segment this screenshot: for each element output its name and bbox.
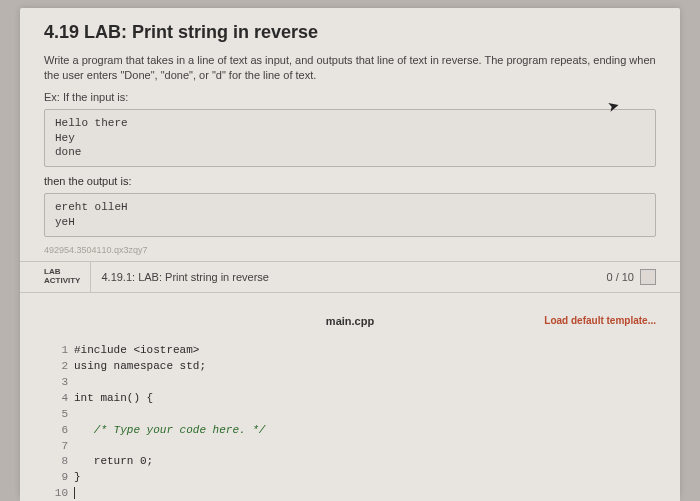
code-content[interactable]: #include <iostream> using namespace std;… bbox=[74, 341, 265, 501]
score-box-icon bbox=[640, 269, 656, 285]
file-header-row: main.cpp Load default template... bbox=[20, 307, 680, 335]
filename-label: main.cpp bbox=[326, 315, 374, 327]
activity-header: LAB ACTIVITY 4.19.1: LAB: Print string i… bbox=[20, 261, 680, 293]
activity-type-label: LAB ACTIVITY bbox=[44, 262, 91, 292]
load-default-template-button[interactable]: Load default template... bbox=[544, 315, 656, 326]
example-output-box: ereht olleH yeH bbox=[44, 193, 656, 237]
code-editor[interactable]: 12345678910 #include <iostream> using na… bbox=[20, 341, 680, 501]
example-input-box: Hello there Hey done bbox=[44, 109, 656, 168]
example-output-label: then the output is: bbox=[44, 175, 656, 187]
page-title: 4.19 LAB: Print string in reverse bbox=[44, 22, 656, 43]
watermark-id: 492954.3504110.qx3zqy7 bbox=[44, 245, 656, 255]
line-number-gutter: 12345678910 bbox=[20, 341, 74, 501]
activity-title: 4.19.1: LAB: Print string in reverse bbox=[91, 262, 606, 292]
lab-description: Write a program that takes in a line of … bbox=[44, 53, 656, 83]
lab-page: 4.19 LAB: Print string in reverse Write … bbox=[20, 8, 680, 498]
activity-score: 0 / 10 bbox=[606, 262, 656, 292]
text-cursor bbox=[74, 487, 75, 499]
example-input-label: Ex: If the input is: bbox=[44, 91, 656, 103]
score-text: 0 / 10 bbox=[606, 271, 634, 283]
activity-label-line2: ACTIVITY bbox=[44, 277, 80, 286]
